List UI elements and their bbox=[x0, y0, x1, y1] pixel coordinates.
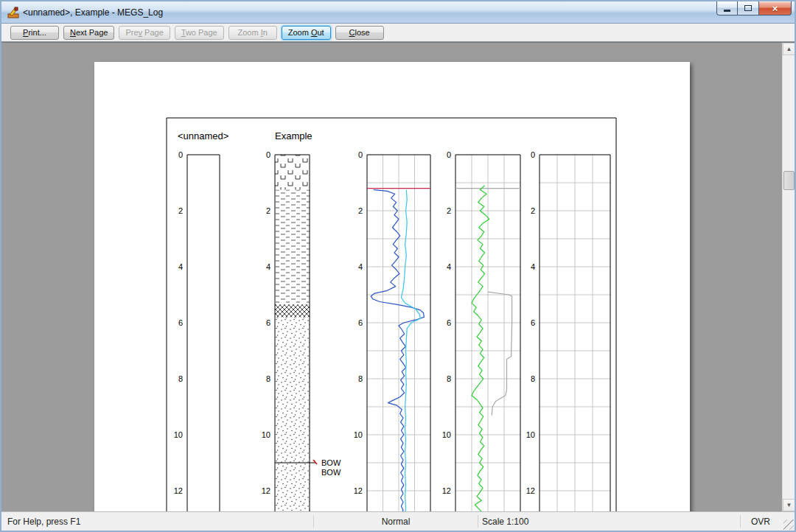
print-button[interactable]: Print... bbox=[10, 26, 59, 40]
next-page-button[interactable]: Next Page bbox=[63, 26, 114, 40]
status-separator bbox=[740, 515, 741, 528]
svg-text:Example: Example bbox=[275, 130, 313, 141]
svg-text:2: 2 bbox=[531, 206, 535, 215]
scroll-up-icon[interactable]: ▲ bbox=[783, 43, 795, 55]
svg-text:6: 6 bbox=[266, 318, 270, 327]
two-page-button: Two Page bbox=[175, 26, 224, 40]
window-title: <unnamed>, Example - MEGS_Log bbox=[23, 7, 163, 18]
minimize-icon bbox=[724, 10, 730, 12]
resize-grip[interactable] bbox=[783, 519, 794, 530]
svg-text:10: 10 bbox=[262, 430, 270, 439]
status-mode: Normal bbox=[314, 512, 478, 531]
svg-text:0: 0 bbox=[266, 150, 270, 159]
svg-text:12: 12 bbox=[526, 486, 535, 495]
svg-text:0: 0 bbox=[178, 150, 183, 159]
status-scale: Scale 1:100 bbox=[482, 512, 528, 531]
preview-toolbar: Print... Next Page Prev Page Two Page Zo… bbox=[1, 24, 795, 42]
zoom-out-button[interactable]: Zoom Out bbox=[282, 26, 331, 40]
svg-text:12: 12 bbox=[354, 486, 363, 495]
svg-text:8: 8 bbox=[358, 374, 363, 383]
svg-text:0: 0 bbox=[358, 150, 363, 159]
close-button[interactable]: × bbox=[758, 1, 792, 15]
svg-text:2: 2 bbox=[358, 206, 363, 215]
svg-text:10: 10 bbox=[174, 430, 183, 439]
svg-text:6: 6 bbox=[178, 318, 183, 327]
svg-text:8: 8 bbox=[178, 374, 183, 383]
svg-text:BOW: BOW bbox=[321, 458, 341, 467]
statusbar: For Help, press F1 Normal Scale 1:100 OV… bbox=[1, 511, 795, 531]
app-icon bbox=[7, 7, 19, 18]
svg-text:4: 4 bbox=[266, 262, 270, 271]
svg-text:8: 8 bbox=[266, 374, 270, 383]
scrollbar-thumb[interactable] bbox=[783, 171, 795, 190]
zoom-in-button: Zoom In bbox=[228, 26, 277, 40]
svg-text:12: 12 bbox=[174, 486, 183, 495]
log-preview-svg: <unnamed>Example024681012024681012BOWBOW… bbox=[94, 62, 690, 511]
svg-text:8: 8 bbox=[447, 374, 451, 383]
svg-text:4: 4 bbox=[531, 262, 535, 271]
svg-text:10: 10 bbox=[526, 430, 535, 439]
svg-text:<unnamed>: <unnamed> bbox=[178, 130, 228, 141]
svg-text:2: 2 bbox=[266, 206, 270, 215]
app-window: <unnamed>, Example - MEGS_Log × Print...… bbox=[0, 0, 796, 532]
svg-text:8: 8 bbox=[531, 374, 535, 383]
svg-text:2: 2 bbox=[178, 206, 183, 215]
svg-text:6: 6 bbox=[531, 318, 535, 327]
close-preview-button[interactable]: Close bbox=[335, 26, 384, 40]
preview-page: <unnamed>Example024681012024681012BOWBOW… bbox=[94, 62, 690, 511]
svg-text:6: 6 bbox=[447, 318, 451, 327]
status-ovr-indicator: OVR bbox=[741, 512, 780, 531]
svg-text:12: 12 bbox=[262, 486, 270, 495]
scroll-down-icon[interactable]: ▼ bbox=[783, 499, 795, 511]
svg-text:4: 4 bbox=[178, 262, 183, 271]
maximize-button[interactable] bbox=[738, 1, 758, 15]
status-help-text: For Help, press F1 bbox=[7, 512, 80, 531]
vertical-scrollbar[interactable]: ▲ ▼ bbox=[782, 43, 795, 511]
svg-text:0: 0 bbox=[531, 150, 535, 159]
svg-text:2: 2 bbox=[447, 206, 451, 215]
titlebar: <unnamed>, Example - MEGS_Log × bbox=[1, 1, 795, 24]
svg-text:4: 4 bbox=[358, 262, 363, 271]
svg-text:0: 0 bbox=[447, 150, 451, 159]
status-separator bbox=[478, 515, 478, 528]
minimize-button[interactable] bbox=[716, 1, 738, 15]
window-controls: × bbox=[716, 1, 792, 15]
preview-area: <unnamed>Example024681012024681012BOWBOW… bbox=[1, 42, 795, 511]
svg-text:10: 10 bbox=[354, 430, 363, 439]
maximize-icon bbox=[744, 5, 752, 11]
svg-text:10: 10 bbox=[442, 430, 451, 439]
svg-text:6: 6 bbox=[358, 318, 363, 327]
svg-text:12: 12 bbox=[442, 486, 451, 495]
svg-text:4: 4 bbox=[447, 262, 451, 271]
prev-page-button: Prev Page bbox=[119, 26, 170, 40]
svg-text:BOW: BOW bbox=[321, 468, 341, 477]
close-icon: × bbox=[772, 2, 778, 15]
